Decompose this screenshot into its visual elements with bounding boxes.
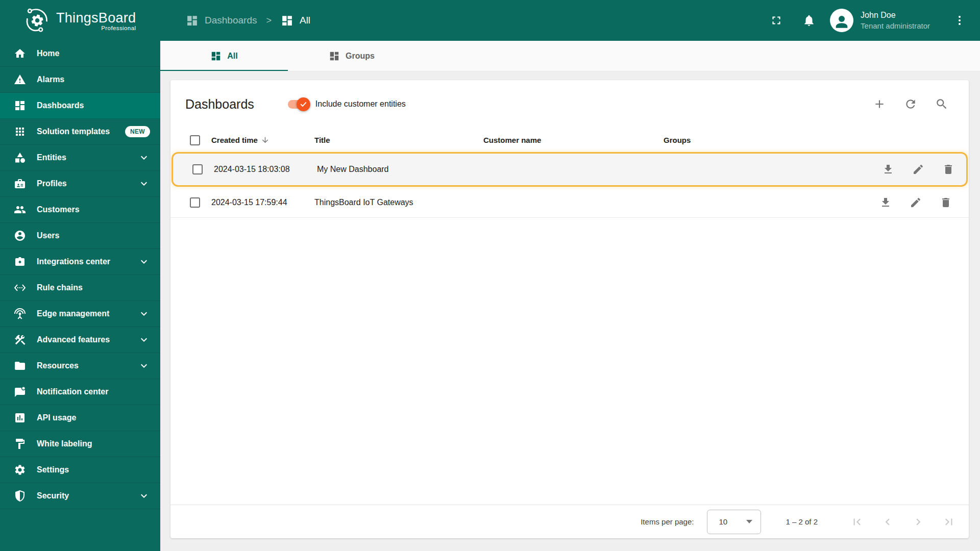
table-toolbar [873,97,948,111]
sidebar-item-solution-templates[interactable]: Solution templates NEW [0,119,160,145]
logo-title: ThingsBoard [56,10,136,26]
user-info[interactable]: John Doe Tenant administrator [861,10,930,31]
items-per-page-value: 10 [719,517,727,526]
sidebar-item-entities[interactable]: Entities [0,145,160,171]
more-menu-button[interactable] [953,14,966,27]
next-page-button[interactable] [912,515,925,529]
trash-icon [942,163,954,176]
column-header-groups[interactable]: Groups [664,136,875,144]
sidebar-item-api-usage[interactable]: API usage [0,405,160,431]
column-header-customer-name[interactable]: Customer name [483,136,664,144]
cell-created-time: 2024-03-15 17:59:44 [211,198,314,207]
breadcrumb-label: Dashboards [205,15,257,26]
chevron-down-icon [138,360,150,372]
construction-icon [14,334,26,346]
sidebar-item-customers[interactable]: Customers [0,197,160,223]
page-title: Dashboards [185,97,254,112]
sidebar-item-white-labeling[interactable]: White labeling [0,431,160,457]
sidebar-item-rule-chains[interactable]: Rule chains [0,275,160,301]
app-logo: ThingsBoard Professional [0,0,160,41]
search-button[interactable] [935,97,948,111]
sidebar-item-integrations-center[interactable]: Integrations center [0,249,160,275]
column-header-title[interactable]: Title [314,136,483,144]
breadcrumb-dashboards[interactable]: Dashboards [186,14,257,27]
breadcrumb-label: All [300,15,310,26]
breadcrumb: Dashboards > All [186,14,310,27]
chevron-down-icon [138,490,150,502]
refresh-button[interactable] [904,97,917,111]
include-customer-entities-toggle[interactable]: Include customer entities [288,99,406,109]
sidebar-item-home[interactable]: Home [0,41,160,67]
sidebar-item-edge-management[interactable]: Edge management [0,301,160,327]
sidebar-item-alarms[interactable]: Alarms [0,67,160,93]
breadcrumb-all[interactable]: All [281,14,310,27]
chevron-down-icon [138,178,150,190]
chevron-right-icon [912,515,925,529]
sidebar-item-notification-center[interactable]: Notification center [0,379,160,405]
export-dashboard-button[interactable] [882,163,894,176]
add-dashboard-button[interactable] [873,97,886,111]
toggle-knob-check-icon [297,97,310,111]
dashboard-icon [186,14,199,27]
delete-dashboard-button[interactable] [940,196,952,209]
fullscreen-button[interactable] [770,14,783,27]
edit-dashboard-button[interactable] [912,163,924,176]
tab-all[interactable]: All [160,41,288,71]
first-page-icon [850,515,864,529]
tab-bar: All Groups [160,41,980,71]
apps-grid-icon [14,126,26,138]
category-icon [14,152,26,164]
delete-dashboard-button[interactable] [942,163,954,176]
gear-icon [14,464,26,476]
main-content: All Groups Dashboards Includ [160,41,980,551]
fullscreen-icon [770,14,783,27]
dashboard-icon [329,51,340,62]
user-name: John Doe [861,10,930,21]
sidebar-item-resources[interactable]: Resources [0,353,160,379]
sidebar-item-profiles[interactable]: Profiles [0,171,160,197]
download-icon [882,163,894,176]
tab-groups[interactable]: Groups [288,41,415,71]
sort-desc-arrow-icon [261,136,270,144]
table-row-my-new-dashboard[interactable]: 2024-03-15 18:03:08 My New Dashboard [173,154,966,185]
row-checkbox[interactable] [190,197,200,208]
chevron-down-icon [138,334,150,346]
chat-unread-icon [14,386,26,398]
sidebar-item-users[interactable]: Users [0,223,160,249]
thingsboard-logo-icon [23,7,51,34]
bell-icon [802,14,816,27]
thingsboard-app: ThingsBoard Professional Dashboards > Al… [0,0,980,551]
edit-dashboard-button[interactable] [910,196,922,209]
column-header-created-time[interactable]: Created time [211,136,314,144]
cell-created-time: 2024-03-15 18:03:08 [214,165,317,174]
user-avatar[interactable] [830,9,853,32]
export-dashboard-button[interactable] [879,196,892,209]
table-row-thingsboard-iot-gateways[interactable]: 2024-03-15 17:59:44 ThingsBoard IoT Gate… [170,187,969,218]
folder-icon [14,360,26,372]
notifications-button[interactable] [802,14,816,27]
sidebar-item-dashboards[interactable]: Dashboards [0,93,160,119]
trash-icon [940,196,952,209]
sidebar-item-advanced-features[interactable]: Advanced features [0,327,160,353]
chevron-down-icon [138,256,150,268]
last-page-button[interactable] [942,515,955,529]
first-page-button[interactable] [850,515,864,529]
dashboards-card: Dashboards Include customer entities [170,80,969,538]
sidebar-item-settings[interactable]: Settings [0,457,160,483]
home-icon [14,47,26,60]
previous-page-button[interactable] [881,515,894,529]
search-icon [935,97,948,111]
rule-chain-icon [14,282,26,294]
vertical-dots-icon [953,14,966,27]
sidebar-item-security[interactable]: Security [0,483,160,509]
items-per-page-label: Items per page: [641,517,694,526]
select-all-checkbox[interactable] [190,135,200,145]
chevron-left-icon [881,515,894,529]
items-per-page-select[interactable]: 10 [707,510,761,534]
chevron-down-icon [138,308,150,320]
dashboard-icon [281,14,293,27]
row-checkbox[interactable] [192,164,203,174]
pencil-icon [910,196,922,209]
dashboard-icon [210,51,222,62]
breadcrumb-separator: > [266,15,272,26]
